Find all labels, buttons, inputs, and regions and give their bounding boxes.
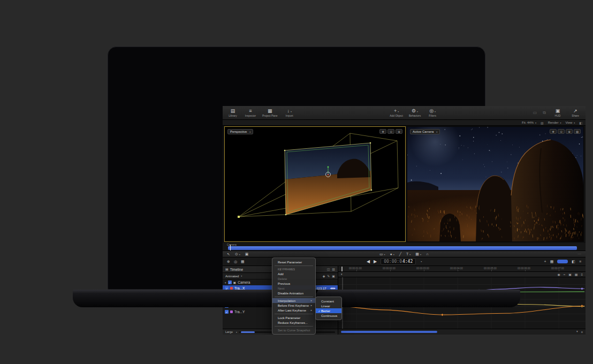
filters-button[interactable]: ◎▾ Filters <box>427 109 438 117</box>
timecode-display[interactable]: 00:00:04:42 <box>381 258 416 265</box>
playhead[interactable] <box>230 245 231 251</box>
keyframe-icon[interactable]: ◆ <box>323 275 325 278</box>
visibility-icon[interactable]: ◉ <box>558 273 560 276</box>
inspector-button[interactable]: ≡ Inspector <box>245 109 256 117</box>
scrollbar-thumb[interactable] <box>341 331 437 333</box>
shape-tool-icon[interactable]: ▭▾ <box>379 252 385 256</box>
keyframe-tab-icon[interactable]: ▥ <box>332 268 335 271</box>
orbit-tool-icon[interactable]: ⊙ <box>387 129 394 134</box>
menu-separator <box>275 266 313 266</box>
record-icon[interactable]: ⊕ <box>227 260 230 263</box>
snapshot-icon[interactable]: ▣ <box>568 273 572 276</box>
range-icon[interactable]: ▦ <box>241 260 245 263</box>
menu-item-reduce-keyframes[interactable]: Reduce Keyframes... <box>272 320 315 325</box>
submenu-item-constant[interactable]: Constant <box>316 299 341 304</box>
crop-tool-icon[interactable]: ▣ <box>245 252 249 256</box>
adjust-item-tool-icon[interactable]: ⊙▾ <box>235 252 240 256</box>
audio-tab-icon[interactable]: ◫ <box>327 268 330 271</box>
options-icon[interactable]: ≡ <box>581 273 583 276</box>
viewport-left-tools: ✥ ⊙ ⊕ <box>379 129 402 134</box>
menu-item-lock-parameter[interactable]: Lock Parameter <box>272 315 315 320</box>
submenu-item-continuous[interactable]: Continuous <box>316 313 341 318</box>
orbit-tool-icon[interactable]: ⊙ <box>558 129 565 134</box>
zoom-tool-icon[interactable]: ⊕ <box>396 129 402 134</box>
hud-button[interactable]: ▣ HUD <box>552 109 564 117</box>
project-pane-button[interactable]: ▦ Project Pane <box>262 109 278 117</box>
menu-item-disable-animation[interactable]: Disable Animation <box>272 291 315 295</box>
submenu-item-bezier[interactable]: ✓Bezier <box>316 308 341 313</box>
menu-item-reset-parameter[interactable]: Reset Parameter <box>272 260 315 264</box>
activation-checkbox[interactable]: ✓ <box>228 280 232 284</box>
active-camera-dropdown[interactable]: Active Camera ▾ <box>410 129 440 134</box>
curve-fit-icon[interactable]: ≈ <box>564 273 565 276</box>
list-icon[interactable]: ≡ <box>579 260 581 263</box>
import-label: Import <box>286 114 293 117</box>
text-tool-icon[interactable]: T▾ <box>406 252 410 256</box>
split-view-icon[interactable]: ◧ <box>572 260 575 263</box>
curve-position-x[interactable] <box>339 306 584 315</box>
grid-icon[interactable]: ▦ <box>550 260 554 263</box>
timecode-prefix: 00:00:0 <box>384 259 402 264</box>
animated-dropdown[interactable]: Animated ▾ <box>225 275 242 278</box>
play-button[interactable]: ▶ <box>374 260 377 264</box>
perspective-camera-dropdown[interactable]: Perspective ▾ <box>227 129 253 134</box>
loop-icon[interactable]: ◎ <box>234 260 237 263</box>
previous-frame-button[interactable]: ◀ <box>367 260 370 264</box>
camera-icon[interactable]: ▣ <box>332 275 335 278</box>
add-marker-icon[interactable]: + <box>544 260 546 263</box>
library-button[interactable]: ▤ Library <box>227 109 239 117</box>
fit-zoom-dropdown[interactable]: Fit: 44%▾ <box>522 121 536 124</box>
import-icon: ↓▾ <box>287 109 292 113</box>
curve-set-dropdown-icon[interactable]: ▾ <box>341 273 343 276</box>
ruler-label: 00:00:03:00 <box>416 267 429 270</box>
menu-item-previous[interactable]: Previous <box>272 281 315 286</box>
camera-icon[interactable]: ▦ <box>575 273 578 276</box>
panel-toggle-icon[interactable]: ◧ <box>579 121 582 125</box>
pen-icon[interactable]: ✎ <box>327 275 330 278</box>
hud-label: HUD <box>555 114 561 117</box>
toolbar-center-group: +▾ Add Object ⚙▾ Behaviors ◎▾ Filters <box>390 106 438 119</box>
share-button[interactable]: ↗ Share <box>569 109 581 117</box>
menu-item-before-first-keyframe[interactable]: Before First Keyframe▸ <box>272 303 315 308</box>
activation-checkbox[interactable]: ✓ <box>225 310 229 314</box>
menu-item-add[interactable]: Add <box>272 271 315 276</box>
paint-tool-icon[interactable]: ●▾ <box>390 252 394 256</box>
menu-item-interpolation[interactable]: Interpolation▸ <box>272 298 315 303</box>
mask-tool-icon[interactable]: ▦▾ <box>415 252 421 256</box>
menu-item-after-last-keyframe[interactable]: After Last Keyframe▸ <box>272 308 315 313</box>
submenu-item-linear[interactable]: Linear <box>316 304 341 308</box>
main-toolbar: ▤ Library ≡ Inspector ▦ Project Pane ↓▾ … <box>223 106 586 120</box>
submenu-arrow-icon: ▸ <box>311 309 312 312</box>
camera-object-handle[interactable] <box>238 216 240 218</box>
channels-icon[interactable]: ▨ <box>541 121 544 125</box>
zoom-in-icon[interactable]: ≡ <box>581 330 583 333</box>
render-dropdown[interactable]: Render▾ <box>548 121 561 124</box>
behaviors-button[interactable]: ⚙▾ Behaviors <box>409 109 421 117</box>
pan-tool-icon[interactable]: ✥ <box>379 129 386 134</box>
more-tools-icon[interactable]: ⋯ <box>577 252 581 256</box>
timeline-tab[interactable]: ▤ Timeline <box>225 268 243 271</box>
zoom-tool-icon[interactable]: ⊕ <box>566 129 573 134</box>
viewport-active-camera[interactable]: Active Camera ▾ ✥ ⊙ ⊕ ▧ <box>407 126 584 242</box>
keyframe-editor-ruler[interactable]: 00:00:01:0000:00:02:0000:00:03:0000:00:0… <box>338 266 586 272</box>
disclosure-triangle-icon[interactable]: ▾ <box>225 281 226 284</box>
keyframe-editor-toggle[interactable] <box>557 260 568 263</box>
line-tool-icon[interactable]: ╱ <box>399 252 401 256</box>
select-tool-icon[interactable]: ↖ <box>227 252 230 256</box>
zoom-scrollbar-thumb[interactable] <box>241 331 255 333</box>
ruler-label: 00:00:05:00 <box>484 267 497 270</box>
camera-track-bar[interactable] <box>228 246 577 250</box>
view-dropdown[interactable]: View▾ <box>565 121 575 124</box>
zoom-out-icon[interactable]: ▾ <box>576 330 578 333</box>
pan-tool-icon[interactable]: ✥ <box>550 129 557 134</box>
viewport-perspective[interactable]: Perspective ▾ ✥ ⊙ ⊕ <box>224 126 406 242</box>
track-size-dropdown-icon[interactable]: ▾ <box>236 331 237 333</box>
add-object-button[interactable]: +▾ Add Object <box>390 109 403 117</box>
ruler-playhead[interactable] <box>341 267 343 271</box>
snap-tool-icon[interactable]: ∩ <box>426 252 429 256</box>
timecode-stepper-icon[interactable]: ▾ <box>421 260 422 263</box>
keyframe-diamond[interactable] <box>581 287 583 290</box>
import-button[interactable]: ↓▾ Import <box>284 109 295 117</box>
menu-item-delete: Delete <box>272 276 315 281</box>
layout-grid-icon[interactable]: ▧ <box>574 129 581 134</box>
